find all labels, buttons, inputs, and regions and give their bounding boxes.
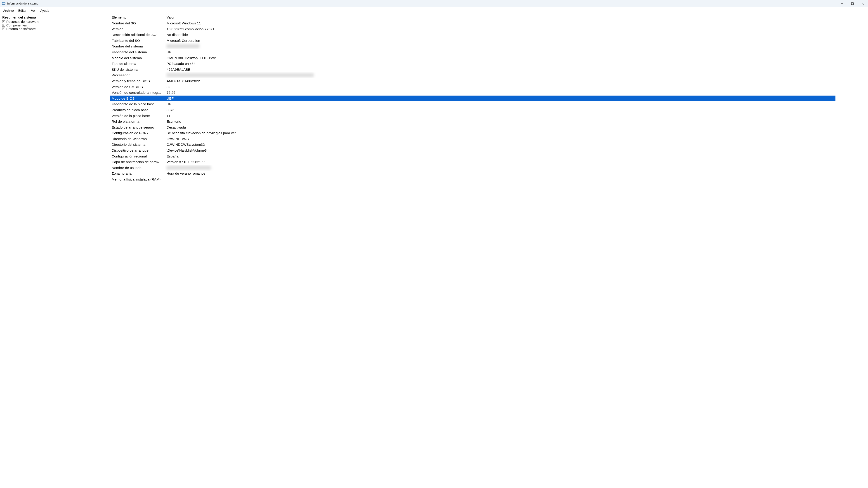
row-value: 76.26 (165, 90, 835, 96)
table-row[interactable]: Modelo del sistemaOMEN 30L Desktop GT13-… (110, 55, 835, 61)
maximize-button[interactable] (847, 0, 858, 7)
tree-node-label: Recursos de hardware (6, 20, 40, 24)
tree-node[interactable]: + Recursos de hardware (2, 20, 107, 24)
row-element: Versión de controladora integr... (110, 90, 165, 96)
table-row[interactable]: Zona horariaHora de verano romance (110, 170, 835, 176)
table-row[interactable]: Versión10.0.22621 compilación 22621 (110, 26, 835, 32)
table-row[interactable]: Tipo de sistemaPC basado en x64 (110, 61, 835, 67)
tree-children: + Recursos de hardware + Componentes + E… (2, 20, 107, 31)
tree-panel: Resumen del sistema + Recursos de hardwa… (0, 14, 109, 488)
row-value: OMEN 30L Desktop GT13-1xxx (165, 55, 835, 61)
tree-node-label: Componentes (6, 24, 27, 27)
table-row[interactable]: Nombre del sistemaXXXXXXXXXXXXXX (110, 43, 835, 49)
tree-node[interactable]: + Entorno de software (2, 27, 107, 31)
table-row[interactable]: Fabricante del sistemaHP (110, 49, 835, 55)
table-row[interactable]: Versión y fecha de BIOSAMI F.14, 01/08/2… (110, 78, 835, 84)
row-element: Nombre del sistema (110, 43, 165, 49)
row-value: UEFI (165, 96, 835, 101)
table-row[interactable]: Rol de plataformaEscritorio (110, 119, 835, 125)
row-element: Modo de BIOS (110, 96, 165, 101)
table-row[interactable]: Nombre del SOMicrosoft Windows 11 (110, 20, 835, 26)
row-element: Fabricante de la placa base (110, 101, 165, 107)
row-value: XXXXXXXXXXXXXX (165, 43, 835, 49)
window-title: Información del sistema (7, 2, 38, 5)
row-element: SKU del sistema (110, 67, 165, 72)
row-element: Versión de la placa base (110, 113, 165, 119)
minimize-button[interactable] (837, 0, 847, 7)
title-bar: Información del sistema (0, 0, 868, 7)
row-element: Procesador (110, 72, 165, 78)
row-value: XXXXXXXXXXXXXXXXXXX (165, 165, 835, 171)
plus-icon[interactable]: + (2, 28, 5, 30)
table-row[interactable]: Fabricante de la placa baseHP (110, 101, 835, 107)
detail-header: Elemento Valor (110, 14, 835, 20)
row-element: Capa de abstracción de hardw... (110, 159, 165, 165)
plus-icon[interactable]: + (2, 20, 5, 23)
table-row[interactable]: Versión de SMBIOS3.3 (110, 84, 835, 90)
table-row[interactable]: Versión de la placa base11 (110, 113, 835, 119)
row-value: No disponible (165, 32, 835, 38)
title-bar-left: Información del sistema (2, 2, 38, 5)
table-row[interactable]: Estado de arranque seguroDesactivada (110, 125, 835, 130)
tree-root[interactable]: Resumen del sistema (1, 15, 107, 20)
menu-file[interactable]: Archivo (1, 8, 16, 13)
row-value: AMI F.14, 01/08/2022 (165, 78, 835, 84)
row-value: 11 (165, 113, 835, 119)
row-value: Microsoft Windows 11 (165, 20, 835, 26)
row-element: Dispositivo de arranque (110, 148, 165, 153)
row-value: HP (165, 49, 835, 55)
row-element: Directorio de Windows (110, 136, 165, 142)
menu-edit[interactable]: Editar (16, 8, 29, 13)
table-row[interactable]: Descripción adicional del SONo disponibl… (110, 32, 835, 38)
row-value: HP (165, 101, 835, 107)
table-row[interactable]: Configuración de PCR7Se necesita elevaci… (110, 130, 835, 136)
table-row[interactable]: Capa de abstracción de hardw...Versión =… (110, 159, 835, 165)
row-value: C:\WINDOWS\system32 (165, 142, 835, 148)
table-row[interactable]: Configuración regionalEspaña (110, 153, 835, 159)
row-value: PC basado en x64 (165, 61, 835, 67)
svg-rect-5 (851, 2, 854, 4)
row-element: Memoria física instalada (RAM) (110, 176, 165, 182)
row-value: Hora de verano romance (165, 170, 835, 176)
row-value: 3.3 (165, 84, 835, 90)
table-row[interactable]: Directorio de WindowsC:\WINDOWS (110, 136, 835, 142)
row-value: Microsoft Corporation (165, 38, 835, 43)
row-value: España (165, 153, 835, 159)
table-row[interactable]: Modo de BIOSUEFI (110, 96, 835, 101)
detail-body: Nombre del SOMicrosoft Windows 11Versión… (110, 20, 835, 182)
row-element: Producto de placa base (110, 107, 165, 113)
row-value: C:\WINDOWS (165, 136, 835, 142)
app-icon (2, 2, 5, 5)
plus-icon[interactable]: + (2, 24, 5, 27)
table-row[interactable]: ProcesadorXXXXXXXXXXXXXXXXXXXXXXXXXXXXXX… (110, 72, 835, 78)
system-information-window: Información del sistema Archivo Editar V… (0, 0, 868, 488)
row-element: Versión de SMBIOS (110, 84, 165, 90)
row-element: Configuración regional (110, 153, 165, 159)
table-row[interactable]: Producto de placa base8876 (110, 107, 835, 113)
row-element: Directorio del sistema (110, 142, 165, 148)
table-row[interactable]: Memoria física instalada (RAM) (110, 176, 835, 182)
row-value (165, 176, 835, 182)
row-value: XXXXXXXXXXXXXXXXXXXXXXXXXXXXXXXXXXXXXXXX… (165, 72, 835, 78)
main-split: Resumen del sistema + Recursos de hardwa… (0, 14, 868, 488)
table-row[interactable]: SKU del sistema462A9EA#ABE (110, 67, 835, 72)
row-element: Versión (110, 26, 165, 32)
table-row[interactable]: Nombre de usuarioXXXXXXXXXXXXXXXXXXX (110, 165, 835, 171)
table-row[interactable]: Dispositivo de arranque\Device\HarddiskV… (110, 148, 835, 153)
menu-help[interactable]: Ayuda (38, 8, 51, 13)
row-value: 462A9EA#ABE (165, 67, 835, 72)
column-header-value[interactable]: Valor (165, 14, 835, 20)
row-element: Zona horaria (110, 170, 165, 176)
close-button[interactable] (858, 0, 868, 7)
column-header-element[interactable]: Elemento (110, 14, 165, 20)
tree-node[interactable]: + Componentes (2, 24, 107, 27)
row-value: Desactivada (165, 125, 835, 130)
row-element: Versión y fecha de BIOS (110, 78, 165, 84)
row-element: Rol de plataforma (110, 119, 165, 125)
row-value: 10.0.22621 compilación 22621 (165, 26, 835, 32)
row-value: Escritorio (165, 119, 835, 125)
table-row[interactable]: Versión de controladora integr...76.26 (110, 90, 835, 96)
table-row[interactable]: Directorio del sistemaC:\WINDOWS\system3… (110, 142, 835, 148)
menu-view[interactable]: Ver (29, 8, 38, 13)
table-row[interactable]: Fabricante del SOMicrosoft Corporation (110, 38, 835, 43)
